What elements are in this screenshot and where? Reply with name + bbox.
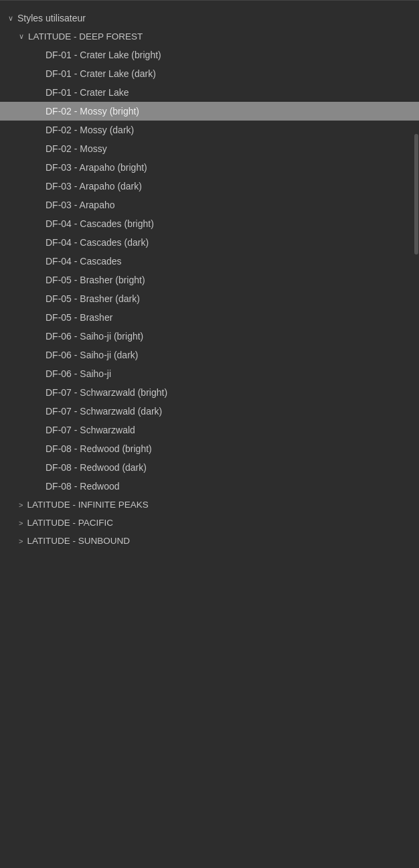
- chevron-down-icon: ∨: [19, 32, 24, 41]
- list-item[interactable]: DF-04 - Cascades (dark): [0, 233, 419, 252]
- styles-utilisateur-header[interactable]: ∨ Styles utilisateur: [0, 9, 419, 27]
- list-item[interactable]: DF-07 - Schwarzwald: [0, 421, 419, 439]
- list-item[interactable]: DF-02 - Mossy: [0, 139, 419, 158]
- list-item[interactable]: DF-05 - Brasher: [0, 308, 419, 327]
- deep-forest-items: DF-01 - Crater Lake (bright) DF-01 - Cra…: [0, 46, 419, 496]
- list-item[interactable]: DF-03 - Arapaho (dark): [0, 177, 419, 196]
- chevron-right-icon: >: [19, 501, 23, 509]
- latitude-infinite-peaks-header[interactable]: > LATITUDE - INFINITE PEAKS: [0, 496, 419, 514]
- chevron-down-icon: ∨: [8, 14, 13, 23]
- chevron-right-icon: >: [19, 537, 23, 545]
- list-item[interactable]: DF-07 - Schwarzwald (bright): [0, 383, 419, 402]
- list-item[interactable]: DF-03 - Arapaho: [0, 196, 419, 214]
- list-item[interactable]: DF-06 - Saiho-ji: [0, 364, 419, 383]
- list-item[interactable]: DF-05 - Brasher (dark): [0, 289, 419, 308]
- list-item[interactable]: DF-05 - Brasher (bright): [0, 271, 419, 289]
- latitude-deep-forest-header[interactable]: ∨ LATITUDE - DEEP FOREST: [0, 27, 419, 46]
- list-item[interactable]: DF-06 - Saiho-ji (dark): [0, 346, 419, 364]
- list-item-selected[interactable]: DF-02 - Mossy (bright): [0, 102, 419, 121]
- list-item[interactable]: DF-08 - Redwood (bright): [0, 439, 419, 458]
- latitude-pacific-header[interactable]: > LATITUDE - PACIFIC: [0, 514, 419, 532]
- list-item[interactable]: DF-03 - Arapaho (bright): [0, 158, 419, 177]
- subsection-pacific-label: LATITUDE - PACIFIC: [27, 518, 113, 528]
- top-divider: [0, 0, 419, 1]
- list-item[interactable]: DF-01 - Crater Lake: [0, 83, 419, 102]
- list-item[interactable]: DF-07 - Schwarzwald (dark): [0, 402, 419, 421]
- list-item[interactable]: DF-04 - Cascades (bright): [0, 214, 419, 233]
- subsection-deep-forest-label: LATITUDE - DEEP FOREST: [28, 31, 143, 42]
- list-item[interactable]: DF-01 - Crater Lake (dark): [0, 64, 419, 83]
- latitude-sunbound-header[interactable]: > LATITUDE - SUNBOUND: [0, 532, 419, 550]
- subsection-sunbound-label: LATITUDE - SUNBOUND: [27, 536, 130, 546]
- list-item[interactable]: DF-06 - Saiho-ji (bright): [0, 327, 419, 346]
- list-item[interactable]: DF-02 - Mossy (dark): [0, 121, 419, 139]
- list-item[interactable]: DF-01 - Crater Lake (bright): [0, 46, 419, 64]
- subsection-infinite-peaks-label: LATITUDE - INFINITE PEAKS: [27, 500, 148, 510]
- list-item[interactable]: DF-08 - Redwood (dark): [0, 458, 419, 477]
- section-title: Styles utilisateur: [17, 13, 86, 23]
- list-item[interactable]: DF-08 - Redwood: [0, 477, 419, 496]
- user-styles-panel: ∨ Styles utilisateur ∨ LATITUDE - DEEP F…: [0, 3, 419, 868]
- chevron-right-icon: >: [19, 519, 23, 527]
- list-item[interactable]: DF-04 - Cascades: [0, 252, 419, 271]
- styles-panel: ∨ Styles utilisateur ∨ LATITUDE - DEEP F…: [0, 0, 419, 868]
